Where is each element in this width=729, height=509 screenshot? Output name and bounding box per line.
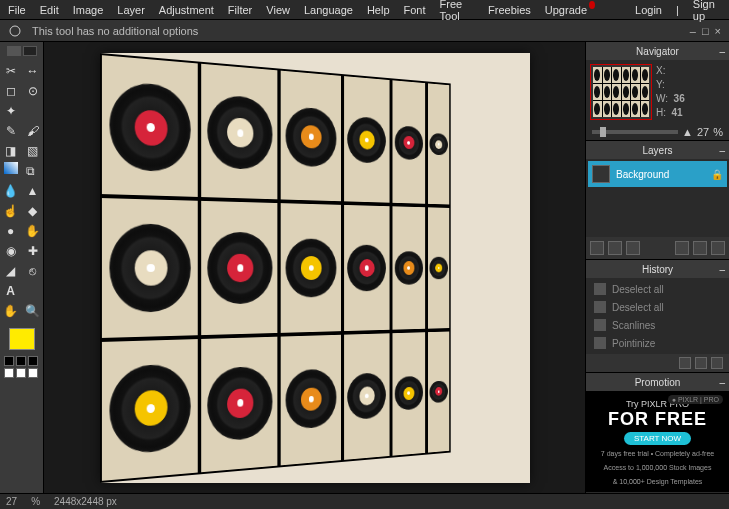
canvas-image (100, 53, 530, 483)
toolbar-tabs[interactable] (7, 46, 37, 56)
foreground-color-swatch[interactable] (9, 328, 35, 350)
sharpen-tool-icon[interactable]: ▲ (24, 182, 42, 200)
menu-upgrade[interactable]: Upgrade (545, 4, 587, 16)
menu-font[interactable]: Font (404, 4, 426, 16)
gradient-tool-icon[interactable] (4, 162, 18, 174)
layer-row[interactable]: Background 🔒 (588, 161, 727, 187)
menu-file[interactable]: File (8, 4, 26, 16)
canvas-area[interactable] (44, 42, 585, 493)
navigator-thumbnail[interactable] (590, 64, 652, 120)
layer-down-icon[interactable] (693, 241, 707, 255)
window-close-icon[interactable]: × (715, 25, 721, 37)
menu-view[interactable]: View (266, 4, 290, 16)
workspace: ✂↔ ◻⊙ ✦ ✎🖌 ◨▧ ⧉ 💧▲ ☝◆ ●✋ ◉✚ ◢⎋ A ✋🔍 (0, 42, 729, 493)
layers-close-icon[interactable]: – (719, 145, 725, 156)
marquee-tool-icon[interactable]: ◻ (2, 82, 20, 100)
hand-tool-icon[interactable]: ✋ (2, 302, 20, 320)
history-step-icon (594, 319, 606, 331)
layers-title: Layers (642, 145, 672, 156)
menu-filter[interactable]: Filter (228, 4, 252, 16)
menu-language[interactable]: Language (304, 4, 353, 16)
history-redo-icon[interactable] (695, 357, 707, 369)
promo-brand-pill: ● PIXLR | PRO (668, 395, 723, 404)
zoom-value: 27 (697, 126, 709, 138)
zoom-slider[interactable]: ▲ 27 % (586, 124, 729, 140)
zoom-tool-icon[interactable]: 🔍 (24, 302, 42, 320)
promo-sub3: & 10,000+ Design Templates (586, 477, 729, 487)
dodge-tool-icon[interactable]: ● (2, 222, 20, 240)
menu-edit[interactable]: Edit (40, 4, 59, 16)
promo-sub1: 7 days free trial • Completely ad-free (586, 449, 729, 459)
layer-name: Background (616, 169, 669, 180)
clone-tool-icon[interactable]: ⧉ (22, 162, 40, 180)
status-zoom: 27 (6, 496, 17, 507)
window-restore-icon[interactable]: □ (702, 25, 709, 37)
lock-icon[interactable]: 🔒 (711, 169, 723, 180)
layer-mask-icon[interactable] (608, 241, 622, 255)
pencil-tool-icon[interactable]: ✎ (2, 122, 20, 140)
history-step-icon (594, 301, 606, 313)
history-step-icon (594, 283, 606, 295)
history-close-icon[interactable]: – (719, 264, 725, 275)
layer-new-icon[interactable] (590, 241, 604, 255)
zoom-in-icon[interactable]: ▲ (682, 126, 693, 138)
sponge-tool-icon[interactable]: ◆ (24, 202, 42, 220)
menu-freetool[interactable]: Free Tool (440, 0, 474, 22)
picker-tool-icon[interactable]: ⎋ (24, 262, 42, 280)
redeye-tool-icon[interactable]: ◉ (2, 242, 20, 260)
history-item[interactable]: Deselect all (588, 298, 727, 316)
eraser-tool-icon[interactable]: ◨ (2, 142, 20, 160)
layer-thumbnail-icon (592, 165, 610, 183)
history-step-icon (594, 337, 606, 349)
heal-tool-icon[interactable]: ✚ (24, 242, 42, 260)
smudge-tool-icon[interactable]: ☝ (2, 202, 20, 220)
history-panel: History– Deselect all Deselect all Scanl… (586, 260, 729, 373)
move-tool-icon[interactable]: ↔ (24, 62, 42, 80)
history-item[interactable]: Scanlines (588, 316, 727, 334)
panels: Navigator– X: Y: W: 36 H: 41 ▲ 27 % Laye… (585, 42, 729, 493)
navigator-title: Navigator (636, 46, 679, 57)
lasso-tool-icon[interactable]: ⊙ (24, 82, 42, 100)
menu-separator: | (676, 4, 679, 16)
promotion-panel: Promotion– ● PIXLR | PRO Try PIXLR PRO F… (586, 373, 729, 492)
history-item[interactable]: Deselect all (588, 280, 727, 298)
signup-link[interactable]: Sign up (693, 0, 721, 22)
type-tool-icon[interactable]: A (2, 282, 20, 300)
blur-tool-icon[interactable]: 💧 (2, 182, 20, 200)
fill-tool-icon[interactable]: ▧ (24, 142, 42, 160)
promotion-close-icon[interactable]: – (719, 377, 725, 388)
options-text: This tool has no additional options (32, 25, 198, 37)
empty-tool-2 (24, 282, 42, 300)
menu-image[interactable]: Image (73, 4, 104, 16)
burn-tool-icon[interactable]: ✋ (24, 222, 42, 240)
navigator-panel: Navigator– X: Y: W: 36 H: 41 ▲ 27 % (586, 42, 729, 141)
navigator-close-icon[interactable]: – (719, 46, 725, 57)
history-title: History (642, 264, 673, 275)
upgrade-badge-icon (589, 1, 595, 9)
menu-layer[interactable]: Layer (117, 4, 145, 16)
promo-cta-button[interactable]: START NOW (624, 432, 691, 445)
zoom-pct: % (713, 126, 723, 138)
menu-help[interactable]: Help (367, 4, 390, 16)
history-item[interactable]: Pointinize (588, 334, 727, 352)
menu-freebies[interactable]: Freebies (488, 4, 531, 16)
empty-tool (24, 102, 42, 120)
window-minimize-icon[interactable]: – (690, 25, 696, 37)
layer-trash-icon[interactable] (711, 241, 725, 255)
layer-up-icon[interactable] (675, 241, 689, 255)
wand-tool-icon[interactable]: ✦ (2, 102, 20, 120)
layers-toolbar (586, 237, 729, 259)
color-swatches[interactable] (4, 356, 40, 378)
shape-tool-icon[interactable]: ◢ (2, 262, 20, 280)
history-trash-icon[interactable] (711, 357, 723, 369)
menu-adjustment[interactable]: Adjustment (159, 4, 214, 16)
history-toolbar (586, 354, 729, 372)
status-dimensions: 2448x2448 px (54, 496, 117, 507)
brush-tool-icon[interactable]: 🖌 (24, 122, 42, 140)
login-link[interactable]: Login (635, 4, 662, 16)
crop-tool-icon[interactable]: ✂ (2, 62, 20, 80)
history-undo-icon[interactable] (679, 357, 691, 369)
menubar: File Edit Image Layer Adjustment Filter … (0, 0, 729, 20)
layer-fx-icon[interactable] (626, 241, 640, 255)
status-pct: % (31, 496, 40, 507)
